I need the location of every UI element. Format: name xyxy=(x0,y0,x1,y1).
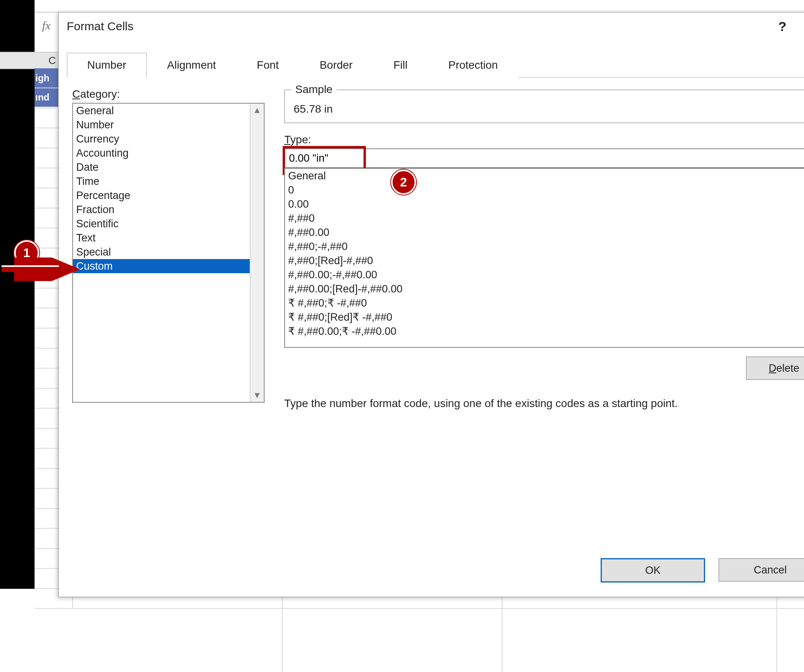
help-button[interactable]: ? xyxy=(765,13,800,40)
format-cells-dialog: Format Cells ? NumberAlignmentFontBorder… xyxy=(58,12,804,597)
format-code-item[interactable]: #,##0;[Red]-#,##0 xyxy=(285,254,804,268)
tab-border[interactable]: Border xyxy=(299,53,373,78)
scroll-down-icon[interactable]: ▼ xyxy=(253,389,261,402)
tab-fill[interactable]: Fill xyxy=(373,53,428,78)
hint-text: Type the number format code, using one o… xyxy=(284,397,804,410)
sample-legend: Sample xyxy=(291,83,336,96)
sample-value: 65.78 in xyxy=(294,103,804,115)
format-code-item[interactable]: #,##0;-#,##0 xyxy=(285,239,804,254)
scroll-up-icon[interactable]: ▲ xyxy=(253,104,261,117)
format-code-item[interactable]: ₹ #,##0.00;₹ -#,##0.00 xyxy=(285,324,804,338)
dialog-tabs: NumberAlignmentFontBorderFillProtection xyxy=(67,52,804,78)
format-code-item[interactable]: #,##0.00;-#,##0.00 xyxy=(285,268,804,282)
category-item-general[interactable]: General xyxy=(73,104,250,118)
category-scrollbar[interactable]: ▲ ▼ xyxy=(250,104,264,402)
tab-protection[interactable]: Protection xyxy=(428,53,518,78)
category-item-number[interactable]: Number xyxy=(73,118,250,132)
format-code-listbox[interactable]: General00.00#,##0#,##0.00#,##0;-#,##0#,#… xyxy=(284,168,804,348)
category-item-currency[interactable]: Currency xyxy=(73,132,250,146)
tab-number[interactable]: Number xyxy=(67,53,147,78)
dialog-title: Format Cells xyxy=(67,20,765,33)
ok-button[interactable]: OK xyxy=(601,558,705,583)
category-item-accounting[interactable]: Accounting xyxy=(73,146,250,160)
category-item-fraction[interactable]: Fraction xyxy=(73,203,250,217)
format-code-item[interactable]: #,##0.00 xyxy=(285,225,804,239)
category-listbox[interactable]: GeneralNumberCurrencyAccountingDateTimeP… xyxy=(72,103,265,403)
format-code-item[interactable]: ₹ #,##0;[Red]₹ -#,##0 xyxy=(285,310,804,324)
format-code-item[interactable]: 0 xyxy=(285,183,804,197)
formula-bar-fx[interactable]: fx xyxy=(35,16,59,35)
dialog-titlebar: Format Cells ? xyxy=(59,13,804,40)
callout-arrow-1-icon xyxy=(0,257,82,281)
format-code-item[interactable]: ₹ #,##0;₹ -#,##0 xyxy=(285,296,804,310)
cancel-button[interactable]: Cancel xyxy=(718,558,804,582)
format-code-item[interactable]: #,##0.00;[Red]-#,##0.00 xyxy=(285,282,804,296)
left-black-margin xyxy=(0,0,35,589)
delete-button[interactable]: Delete xyxy=(746,356,804,380)
format-code-item[interactable]: #,##0 xyxy=(285,211,804,225)
format-code-item[interactable]: 0.00 xyxy=(285,197,804,211)
type-input[interactable] xyxy=(284,148,804,168)
tab-font[interactable]: Font xyxy=(236,53,299,78)
vertical-gridlines xyxy=(70,596,804,672)
category-item-special[interactable]: Special xyxy=(73,245,250,259)
category-label: Category: xyxy=(72,88,265,100)
category-item-time[interactable]: Time xyxy=(73,174,250,188)
callout-badge-2: 2 xyxy=(391,170,416,195)
format-code-item[interactable]: General xyxy=(285,169,804,183)
category-item-text[interactable]: Text xyxy=(73,231,250,245)
category-item-scientific[interactable]: Scientific xyxy=(73,217,250,231)
category-item-custom[interactable]: Custom xyxy=(73,259,250,273)
close-button[interactable] xyxy=(800,13,804,40)
category-item-date[interactable]: Date xyxy=(73,160,250,174)
sample-box: Sample 65.78 in xyxy=(284,89,804,123)
category-item-percentage[interactable]: Percentage xyxy=(73,188,250,203)
tab-alignment[interactable]: Alignment xyxy=(147,53,237,78)
type-label: Type: xyxy=(284,133,804,146)
